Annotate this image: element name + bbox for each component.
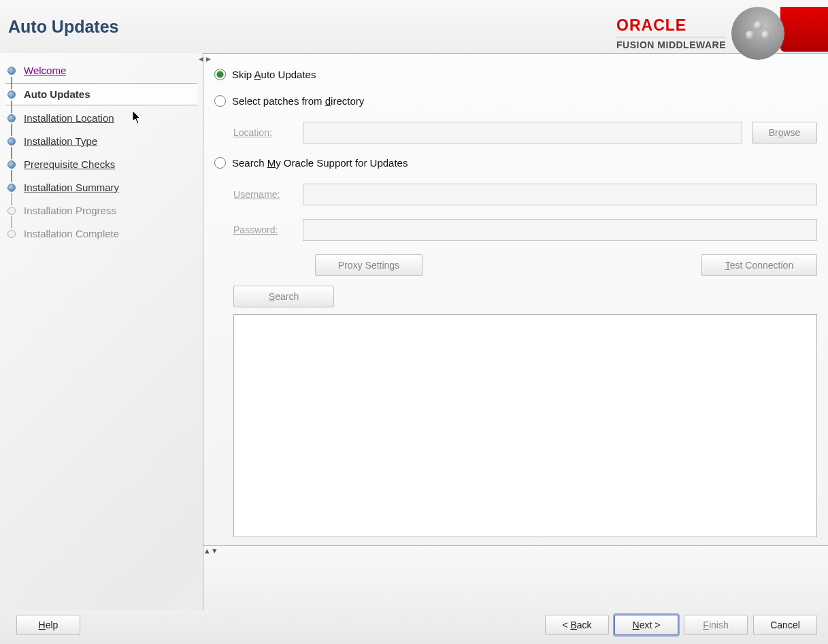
back-button[interactable]: < Back xyxy=(545,615,609,635)
radio-select-patches-directory[interactable]: Select patches from directory xyxy=(214,95,817,107)
step-label: Installation Complete xyxy=(24,228,119,239)
message-panel: ▴ ▾ xyxy=(203,545,828,610)
location-label: Location: xyxy=(233,127,303,138)
step-bullet-icon xyxy=(7,90,16,99)
location-input[interactable] xyxy=(303,122,742,143)
next-button[interactable]: Next > xyxy=(614,615,678,635)
step-installation-progress: Installation Progress xyxy=(5,200,197,221)
radio-directory-input[interactable] xyxy=(214,95,226,107)
username-label: Username: xyxy=(233,189,303,200)
step-label: Prerequisite Checks xyxy=(24,158,115,170)
main-panel: ◂ ▸ Skip Auto Updates Select patches fro… xyxy=(203,53,828,610)
step-bullet-icon xyxy=(7,230,16,238)
finish-button[interactable]: Finish xyxy=(684,615,748,635)
step-label: Installation Progress xyxy=(24,205,116,216)
results-list xyxy=(233,314,817,537)
password-label: Password: xyxy=(233,224,303,235)
installer-window: Auto Updates ORACLE FUSION MIDDLEWARE xyxy=(0,0,828,644)
step-installation-complete: Installation Complete xyxy=(5,223,197,244)
splitter-handle-icon[interactable]: ◂ ▸ xyxy=(199,53,211,64)
step-bullet-icon xyxy=(7,184,16,192)
step-installation-type[interactable]: Installation Type xyxy=(5,131,197,152)
brand-section: ORACLE FUSION MIDDLEWARE xyxy=(616,7,828,60)
step-sidebar: Welcome Auto Updates Installation Locati… xyxy=(0,53,203,610)
step-bullet-icon xyxy=(7,207,16,215)
step-label: Installation Location xyxy=(24,112,114,124)
radio-skip-auto-updates[interactable]: Skip Auto Updates xyxy=(214,69,817,80)
footer-bar: Help < Back Next > Finish Cancel xyxy=(0,610,828,644)
step-prerequisite-checks[interactable]: Prerequisite Checks xyxy=(5,154,197,175)
step-welcome[interactable]: Welcome xyxy=(5,60,197,81)
step-label: Installation Type xyxy=(24,135,97,147)
page-title: Auto Updates xyxy=(8,7,119,37)
help-button[interactable]: Help xyxy=(16,615,80,635)
step-installation-location[interactable]: Installation Location xyxy=(5,107,197,129)
search-button[interactable]: Search xyxy=(233,286,334,307)
proxy-settings-button[interactable]: Proxy Settings xyxy=(315,254,423,276)
step-label: Auto Updates xyxy=(24,88,90,100)
header-bar: Auto Updates ORACLE FUSION MIDDLEWARE xyxy=(0,0,828,53)
radio-mos-input[interactable] xyxy=(214,157,226,169)
password-input[interactable] xyxy=(303,219,817,241)
brand-oracle: ORACLE xyxy=(616,16,726,35)
username-input[interactable] xyxy=(303,184,817,205)
brand-orb-icon xyxy=(731,7,784,60)
splitter-handle-icon[interactable]: ▴ ▾ xyxy=(203,545,217,556)
step-bullet-icon xyxy=(7,137,16,146)
radio-search-my-oracle-support[interactable]: Search My Oracle Support for Updates xyxy=(214,157,817,169)
step-auto-updates[interactable]: Auto Updates xyxy=(5,83,197,105)
cancel-button[interactable]: Cancel xyxy=(753,615,817,635)
radio-skip-input[interactable] xyxy=(214,69,226,80)
brand-red-bar xyxy=(780,7,828,52)
brand-fusion: FUSION MIDDLEWARE xyxy=(616,37,726,50)
step-label: Installation Summary xyxy=(24,182,119,193)
step-bullet-icon xyxy=(7,114,16,122)
step-bullet-icon xyxy=(7,67,16,75)
test-connection-button[interactable]: Test Connection xyxy=(701,254,817,276)
step-bullet-icon xyxy=(7,160,16,169)
content-area: Welcome Auto Updates Installation Locati… xyxy=(0,53,828,610)
step-installation-summary[interactable]: Installation Summary xyxy=(5,177,197,198)
browse-button[interactable]: Browse xyxy=(752,122,817,143)
step-label: Welcome xyxy=(24,65,66,76)
